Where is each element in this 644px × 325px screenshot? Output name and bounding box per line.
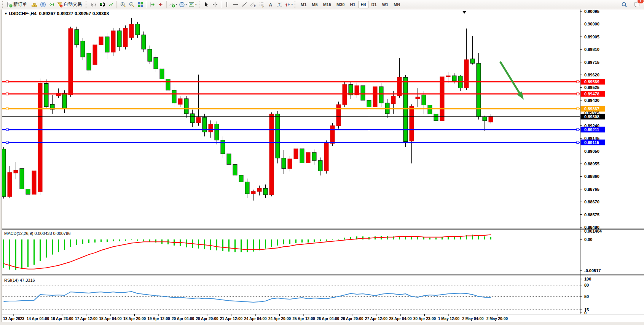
price-tick-label: 0.88670: [584, 200, 599, 204]
bull-candle-body: [416, 97, 420, 99]
time-tick-label: 30 Apr 23:00: [413, 317, 436, 321]
profile-button[interactable]: [38, 0, 47, 8]
bear-candle-body: [428, 105, 432, 114]
hline-handle[interactable]: [6, 128, 8, 131]
hline-handle[interactable]: [6, 93, 8, 95]
vertical-line-icon: [224, 2, 230, 8]
fibonacci-button[interactable]: F: [258, 0, 266, 8]
dropdown-caret-icon: ▾: [195, 3, 197, 6]
timeframe-W1[interactable]: W1: [380, 1, 391, 8]
bear-candle-body: [379, 87, 383, 103]
toolbar-grip[interactable]: [86, 1, 88, 8]
candle: [111, 28, 115, 56]
bear-candle-body: [483, 117, 487, 120]
hline-handle[interactable]: [6, 141, 8, 144]
profile-icon: [40, 2, 46, 8]
candle: [2, 147, 6, 198]
bear-candle-body: [148, 49, 152, 62]
bull-candle-body: [336, 105, 341, 126]
timeframe-M1[interactable]: M1: [298, 1, 309, 8]
bear-candle-body: [452, 76, 456, 81]
equidistant-channel-button[interactable]: E: [249, 0, 258, 8]
bear-candle-body: [282, 158, 286, 168]
candle-chart-button[interactable]: [98, 0, 107, 8]
line-chart-button[interactable]: [107, 0, 115, 8]
autotrading-icon: [57, 2, 63, 8]
bull-candle-body: [324, 143, 328, 171]
toolbar-grip[interactable]: [199, 1, 201, 8]
timeframe-M5[interactable]: M5: [309, 1, 320, 8]
price-badge-0.89478: 0.89478: [581, 91, 605, 97]
bear-candle-body: [172, 90, 176, 103]
bear-candle-body: [227, 154, 231, 165]
chart-window[interactable]: 0.900950.900000.899050.898100.897150.896…: [2, 10, 644, 322]
arrows-icon: [285, 2, 291, 8]
bull-candle-body: [178, 99, 182, 105]
arrows-tool-button[interactable]: ▾: [284, 0, 294, 8]
bear-candle-body: [105, 37, 109, 52]
bear-candle-body: [75, 30, 79, 45]
hline-handle[interactable]: [6, 81, 8, 83]
zoom-out-button[interactable]: [127, 0, 136, 8]
cursor-button[interactable]: [202, 0, 211, 8]
toolbar-separator: [166, 1, 167, 8]
hline-handle[interactable]: [577, 108, 579, 110]
macd-tick-label: 0.001404: [584, 229, 602, 233]
timeframe-MN[interactable]: MN: [391, 1, 402, 8]
price-tick-label: 0.89715: [584, 60, 599, 65]
horizontal-line-button[interactable]: [231, 0, 240, 8]
hline-handle[interactable]: [577, 128, 579, 131]
hline-handle[interactable]: [577, 93, 579, 95]
text-label-button[interactable]: T: [275, 0, 284, 8]
timeframe-H1[interactable]: H1: [348, 1, 357, 8]
bear-candle-body: [239, 175, 243, 182]
price-badge-0.89367: 0.89367: [581, 106, 605, 112]
text-tool-button[interactable]: A: [266, 0, 275, 8]
bar-chart-button[interactable]: [89, 0, 98, 8]
candle: [269, 113, 274, 197]
bear-candle-body: [154, 57, 158, 69]
hline-handle[interactable]: [6, 108, 8, 110]
signal-button[interactable]: [47, 0, 56, 8]
timeframe-M30[interactable]: M30: [334, 1, 347, 8]
price-badge-0.89308: 0.89308: [581, 114, 605, 119]
tile-windows-button[interactable]: [136, 0, 145, 8]
chart-shift-button[interactable]: [156, 0, 165, 8]
scroll-to-end-button[interactable]: [148, 0, 156, 8]
new-order-button[interactable]: 新订单: [6, 0, 30, 8]
price-tick-label: 0.88765: [584, 187, 599, 192]
candle: [123, 25, 128, 49]
gold-bars-button[interactable]: [30, 0, 38, 8]
timeframe-D1[interactable]: D1: [369, 1, 379, 8]
bear-candle-body: [44, 84, 48, 107]
bear-candle-body: [422, 95, 426, 105]
vertical-line-button[interactable]: [223, 0, 231, 8]
timeframe-H4[interactable]: H4: [359, 1, 368, 8]
time-tick-label: 2 May 20:00: [486, 317, 508, 321]
templates-button[interactable]: ▾: [188, 0, 198, 8]
text-label-icon: T: [276, 2, 282, 8]
bear-candle-body: [117, 31, 121, 47]
text-icon: A: [268, 2, 274, 8]
time-tick-label: 26 Apr 04:00: [317, 317, 340, 321]
autotrading-button[interactable]: 自动交易: [56, 0, 84, 8]
search-button[interactable]: [620, 0, 628, 8]
bear-candle-body: [190, 114, 194, 123]
zoom-in-button[interactable]: [118, 0, 127, 8]
dropdown-caret-icon: ▾: [186, 3, 187, 6]
dropdown-caret-icon: ▾: [176, 3, 177, 6]
bull-candle-body: [38, 84, 42, 192]
add-indicator-button[interactable]: ▾: [168, 0, 178, 8]
periods-button[interactable]: ▾: [178, 0, 188, 8]
cursor-icon: [203, 2, 209, 8]
hline-handle[interactable]: [577, 81, 579, 83]
toolbar-grip[interactable]: [295, 1, 297, 8]
crosshair-button[interactable]: [211, 0, 220, 8]
chart-canvas[interactable]: 0.900950.900000.899050.898100.897150.896…: [2, 10, 644, 322]
timeframe-M15[interactable]: M15: [321, 1, 333, 8]
bull-candle-body: [8, 173, 12, 197]
hline-handle[interactable]: [577, 141, 579, 144]
toolbar-grip[interactable]: [2, 1, 5, 8]
trendline-button[interactable]: [240, 0, 249, 8]
candle: [336, 101, 341, 128]
